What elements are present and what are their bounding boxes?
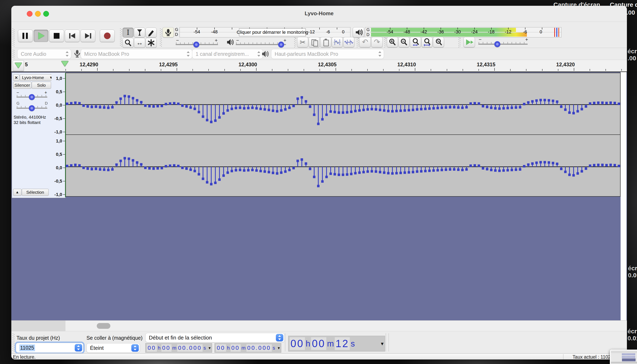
- time-digit-group[interactable]: 00: [216, 344, 226, 352]
- waveform-sample: [400, 172, 402, 174]
- track-close-button[interactable]: ×: [13, 74, 19, 81]
- playback-device-select[interactable]: Haut-parleurs MacBook Pro: [271, 49, 384, 59]
- undo-button[interactable]: ↶: [359, 37, 371, 47]
- titlebar[interactable]: Lyvo-Home: [11, 6, 627, 22]
- transport-toolbar-grip[interactable]: [12, 28, 14, 46]
- waveform-display[interactable]: [66, 72, 620, 198]
- selection-toolbar-grip[interactable]: [12, 333, 14, 352]
- mute-button[interactable]: Silencer: [13, 82, 31, 89]
- recording-meter[interactable]: -54-488-12-60 Cliquer pour démarrer le m…: [180, 27, 350, 38]
- fit-project-button[interactable]: [422, 37, 432, 47]
- cut-button[interactable]: ✂: [297, 37, 308, 47]
- monitoring-tooltip[interactable]: Cliquer pour démarrer le monitoring: [239, 28, 306, 36]
- desktop-file-label[interactable]: écra: [628, 328, 637, 335]
- time-digit-group[interactable]: 12: [335, 337, 350, 350]
- time-digit-group[interactable]: 00: [290, 337, 305, 350]
- selection-mode-select[interactable]: Début et fin de la sélection: [145, 333, 284, 342]
- playspeed-track[interactable]: [478, 44, 528, 45]
- vertical-scrollbar[interactable]: [620, 72, 626, 326]
- silence-selection-button[interactable]: [343, 37, 354, 47]
- time-digit-group[interactable]: 00: [311, 337, 326, 350]
- track-area[interactable]: × Lyvo-Home ▼ Silencer Solo − + G D Stér…: [11, 72, 627, 326]
- audio-host-select[interactable]: Core Audio: [17, 49, 71, 59]
- tools-toolbar-grip[interactable]: [120, 28, 122, 46]
- collapse-track-button[interactable]: ▲: [13, 189, 22, 196]
- play-meter-button[interactable]: [353, 27, 364, 38]
- recording-meter-grip[interactable]: [160, 28, 162, 46]
- playback-meter[interactable]: G D -54-48-42-36-30-24-18-12-60: [365, 27, 562, 38]
- project-rate-combo[interactable]: 11025: [16, 343, 84, 353]
- time-digit-group[interactable]: 00: [147, 344, 157, 352]
- edit-toolbar-grip[interactable]: [294, 38, 296, 47]
- snap-stepper[interactable]: [131, 344, 139, 352]
- skip-to-end-button[interactable]: [80, 30, 95, 42]
- playhead-triangle[interactable]: [61, 61, 68, 66]
- copy-button[interactable]: [308, 37, 320, 47]
- track-control-panel[interactable]: × Lyvo-Home ▼ Silencer Solo − + G D Stér…: [12, 72, 52, 198]
- vruler-label: 0,0: [56, 102, 62, 108]
- vruler-tick: [63, 141, 65, 141]
- desktop-file-label[interactable]: 0.01: [628, 335, 637, 342]
- waveform-sample: [128, 95, 130, 98]
- project-rate-stepper[interactable]: [75, 344, 82, 352]
- screenshot-thumbnail[interactable]: [610, 350, 637, 364]
- desktop-file-label[interactable]: écra: [628, 48, 637, 55]
- vertical-ruler[interactable]: 1,00,50,0-0,5-1,01,00,50,0-0,5-1,0: [52, 72, 66, 198]
- zoom-in-button[interactable]: [387, 37, 398, 47]
- time-format-dropdown-arrow[interactable]: ▾: [381, 340, 384, 347]
- desktop-file-label[interactable]: écr: [628, 265, 637, 272]
- recording-channels-select[interactable]: 1 canal d'enregistrem...: [192, 49, 263, 59]
- audio-position-field[interactable]: 00h00m12s▾: [288, 336, 385, 352]
- record-meter-button[interactable]: [162, 27, 174, 38]
- gain-slider[interactable]: [29, 94, 35, 100]
- time-digit-group[interactable]: 00.000: [246, 344, 272, 352]
- paste-button[interactable]: [320, 37, 331, 47]
- undo-toolbar-grip[interactable]: [357, 38, 359, 47]
- playspeed-toolbar-grip[interactable]: [458, 38, 460, 47]
- pause-button[interactable]: [18, 30, 33, 42]
- zoom-out-button[interactable]: [398, 37, 410, 47]
- playspeed-slider[interactable]: [494, 41, 500, 47]
- record-button[interactable]: [100, 30, 115, 42]
- zoom-tool-button[interactable]: [122, 38, 134, 48]
- desktop-file-label[interactable]: .00: [628, 55, 636, 62]
- timeline-ruler[interactable]: 5 12,429012,429512,430012,430512,431012,…: [11, 60, 627, 72]
- time-format-dropdown-arrow[interactable]: ▾: [208, 346, 210, 350]
- device-toolbar-grip[interactable]: [12, 50, 14, 58]
- envelope-tool-button[interactable]: [134, 28, 145, 38]
- trim-outside-selection-button[interactable]: [332, 37, 343, 47]
- solo-button[interactable]: Solo: [32, 82, 51, 89]
- recording-device-select[interactable]: Micro MacBook Pro: [81, 49, 192, 59]
- time-digit-group[interactable]: 00: [230, 344, 241, 352]
- pan-right-label: D: [45, 101, 48, 106]
- desktop-file-label[interactable]: 0.0: [628, 272, 636, 279]
- playback-volume-slider[interactable]: [278, 42, 284, 48]
- redo-button[interactable]: ↷: [371, 37, 383, 47]
- play-button[interactable]: [34, 30, 48, 42]
- record-volume-slider[interactable]: [193, 42, 199, 48]
- waveform-sample: [255, 169, 258, 172]
- time-format-dropdown-arrow[interactable]: ▾: [278, 346, 280, 350]
- skip-to-start-button[interactable]: [65, 30, 80, 42]
- selection-tool-button[interactable]: I: [122, 28, 134, 38]
- selection-start-field[interactable]: 00h00m00.000s▾: [145, 343, 212, 353]
- track-menu-button[interactable]: Lyvo-Home ▼: [20, 74, 55, 81]
- timeshift-tool-button[interactable]: ↔: [134, 38, 145, 48]
- fit-selection-button[interactable]: [410, 37, 421, 47]
- zoom-toolbar-grip[interactable]: [384, 38, 386, 47]
- selection-end-field[interactable]: 00h00m00.000s▾: [214, 343, 281, 353]
- play-at-speed-button[interactable]: [464, 37, 475, 47]
- selection-mode-stepper[interactable]: [276, 334, 283, 341]
- snap-select[interactable]: Éteint: [86, 343, 140, 353]
- multi-tool-button[interactable]: [146, 38, 157, 48]
- zoom-toggle-button[interactable]: [433, 37, 444, 47]
- time-digit-group[interactable]: 00: [162, 344, 172, 352]
- pin-playhead-button[interactable]: [13, 60, 24, 71]
- selection-track-button[interactable]: Sélection: [22, 189, 48, 196]
- pan-slider[interactable]: [29, 105, 35, 111]
- waveform-sample: [74, 164, 76, 166]
- draw-tool-button[interactable]: [146, 28, 157, 38]
- stop-button[interactable]: [49, 30, 64, 42]
- hscroll-thumb[interactable]: [97, 323, 110, 329]
- time-digit-group[interactable]: 00.000: [177, 344, 203, 352]
